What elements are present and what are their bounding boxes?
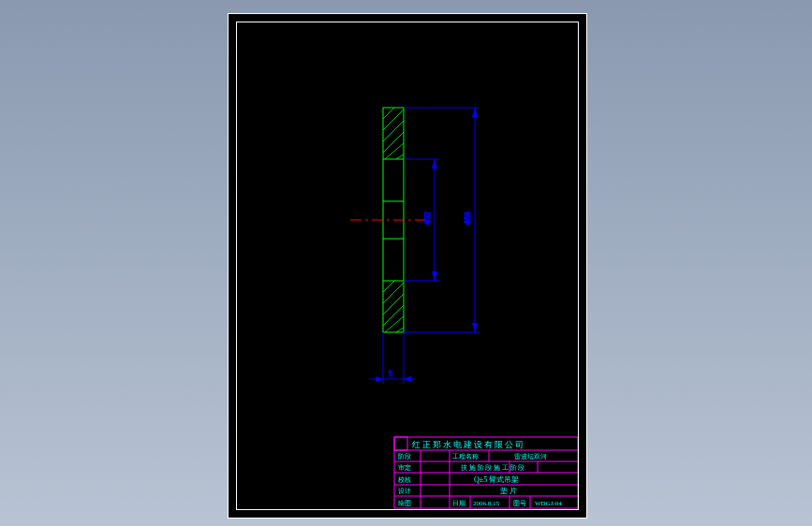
inner-border (236, 22, 579, 510)
drawing-sheet: Φ32 Φ50 5 红正郑水电建设有限公司 (228, 13, 587, 519)
